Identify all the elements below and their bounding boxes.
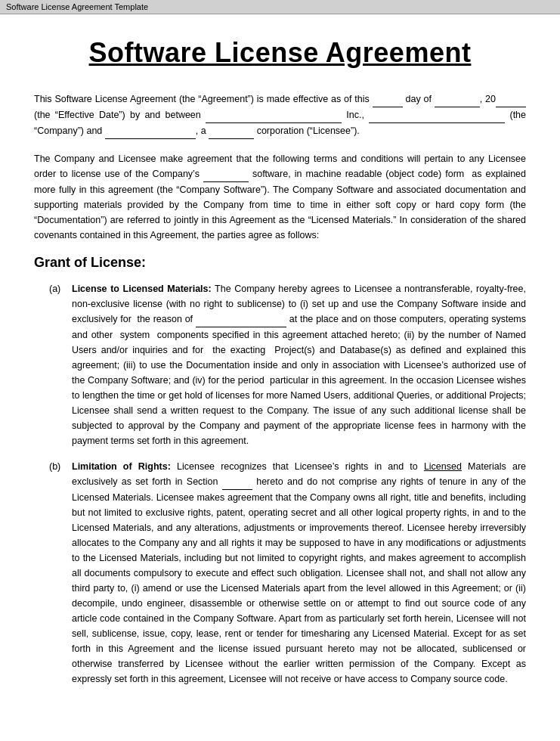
list-content-a: License to Licensed Materials: The Compa… [72, 281, 526, 448]
list-label-b: (b) [49, 459, 72, 687]
list-item-a: (a) License to Licensed Materials: The C… [49, 281, 526, 448]
list-item-b: (b) Limitation of Rights: Licensee recog… [49, 459, 526, 687]
intro-paragraph: This Software License Agreement (the “Ag… [34, 91, 526, 139]
list-label-a: (a) [49, 281, 72, 448]
grant-section-title: Grant of License: [34, 255, 526, 271]
title-bar-label: Software License Agreement Template [6, 2, 148, 11]
list-bold-b: Limitation of Rights: [72, 461, 171, 472]
grant-list: (a) License to Licensed Materials: The C… [49, 281, 526, 687]
main-title: Software License Agreement [34, 37, 526, 69]
title-bar: Software License Agreement Template [0, 0, 560, 14]
list-content-b: Limitation of Rights: Licensee recognize… [72, 459, 526, 687]
body-paragraph: The Company and Licensee make agreement … [34, 151, 526, 243]
document-body: Software License Agreement This Software… [0, 14, 560, 727]
list-bold-a: License to Licensed Materials: [72, 284, 212, 294]
